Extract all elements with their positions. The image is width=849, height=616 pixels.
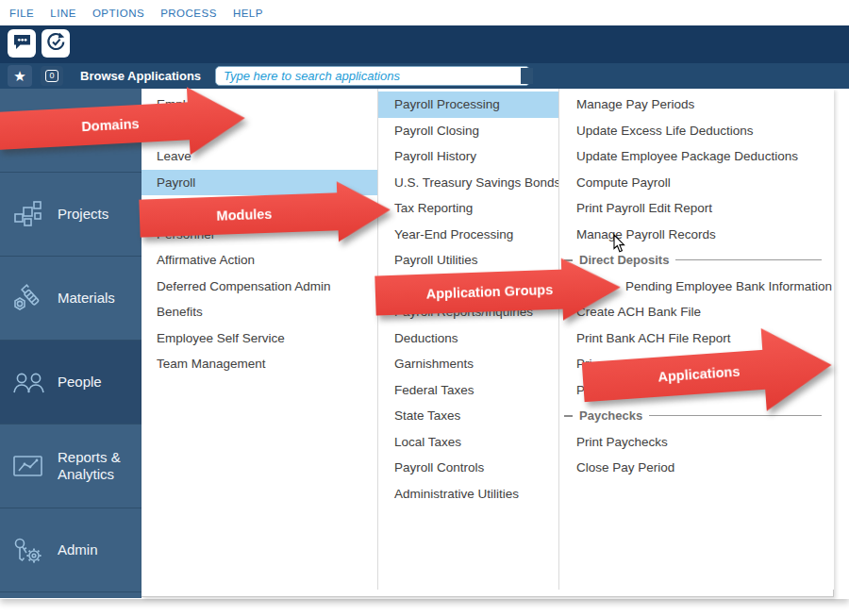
menu-options[interactable]: OPTIONS bbox=[92, 8, 144, 19]
module-item-personnel[interactable]: Personnel bbox=[142, 222, 377, 248]
sidebar-item-label: Materials bbox=[58, 290, 142, 307]
browse-menu-panel: EmplLeavePayrollPersonnelAffirmative Act… bbox=[142, 89, 834, 597]
application-bar: ★ 0 Browse Applications bbox=[0, 63, 849, 89]
module-item-hidden bbox=[142, 118, 377, 144]
app-group-item-state-taxes[interactable]: State Taxes bbox=[378, 403, 558, 429]
sidebar-item-materials[interactable]: Materials bbox=[0, 257, 142, 341]
application-item-pending-employee-bank-information[interactable]: Pending Employee Bank Information bbox=[559, 274, 834, 300]
separator-line bbox=[649, 415, 822, 416]
sidebar-item-projects[interactable]: Projects bbox=[0, 173, 142, 257]
sidebar-item-label: Reports & Analytics bbox=[58, 449, 142, 483]
application-groups-column: Payroll ProcessingPayroll ClosingPayroll… bbox=[377, 89, 558, 590]
calculator-icon: ×|= bbox=[12, 117, 46, 144]
favorites-button[interactable]: ★ bbox=[8, 65, 32, 87]
application-item-print-paychecks[interactable]: Print Paychecks bbox=[559, 429, 834, 456]
reports-icon bbox=[12, 452, 46, 480]
open-tabs-button[interactable]: 0 bbox=[41, 66, 63, 86]
application-item-create-ach-bank-file[interactable]: Create ACH Bank File bbox=[559, 299, 834, 325]
application-item-compute-payroll[interactable]: Compute Payroll bbox=[559, 170, 834, 196]
calculator-glyph: ×|= bbox=[12, 130, 36, 144]
app-group-item-payroll-closing[interactable]: Payroll Closing bbox=[378, 118, 558, 144]
projects-icon bbox=[12, 199, 46, 229]
application-item-manage-payroll-records[interactable]: Manage Payroll Records bbox=[559, 222, 834, 248]
admin-icon bbox=[12, 535, 46, 565]
module-item-benefits[interactable]: Benefits bbox=[142, 299, 377, 325]
module-item-leave[interactable]: Leave bbox=[142, 143, 377, 170]
app-group-item-payroll-processing[interactable]: Payroll Processing bbox=[378, 92, 558, 118]
sidebar-item-reports-analytics[interactable]: Reports & Analytics bbox=[0, 425, 142, 508]
app-group-item-federal-taxes[interactable]: Federal Taxes bbox=[378, 377, 558, 404]
app-group-item-payroll-controls[interactable]: Payroll Controls bbox=[378, 455, 558, 481]
application-item-close-pay-period[interactable]: Close Pay Period bbox=[559, 455, 834, 481]
separator-label: Direct Deposits bbox=[579, 253, 669, 267]
app-group-item-payroll-reports-inquiries[interactable]: Payroll Reports/Inquiries bbox=[378, 299, 558, 325]
separator-label: Paychecks bbox=[579, 408, 642, 423]
application-item-update-excess-life-deductions[interactable]: Update Excess Life Deductions bbox=[559, 118, 834, 144]
module-item-hidden bbox=[142, 195, 377, 222]
recent-activity-button[interactable] bbox=[42, 29, 70, 58]
app-group-item-local-taxes[interactable]: Local Taxes bbox=[378, 429, 558, 456]
domain-sidebar: ×|=ProjectsMaterialsPeopleReports & Anal… bbox=[0, 89, 142, 598]
application-item-pri[interactable]: Pri bbox=[559, 351, 834, 377]
app-group-item-u-s-treasury-savings-bonds[interactable]: U.S. Treasury Savings Bonds bbox=[378, 170, 558, 196]
application-item-print-payment-adv[interactable]: Print Payment Adv bbox=[559, 377, 834, 404]
app-group-item-garnishments[interactable]: Garnishments bbox=[378, 351, 558, 377]
module-item-payroll[interactable]: Payroll bbox=[142, 170, 377, 196]
application-item-manage-pay-periods[interactable]: Manage Pay Periods bbox=[559, 92, 834, 118]
module-item-deferred-compensation-admin[interactable]: Deferred Compensation Admin bbox=[142, 274, 377, 300]
app-group-item-payroll-history[interactable]: Payroll History bbox=[378, 143, 558, 170]
browse-applications-label: Browse Applications bbox=[80, 63, 201, 89]
applications-column: Manage Pay PeriodsUpdate Excess Life Ded… bbox=[558, 89, 834, 590]
module-item-affirmative-action[interactable]: Affirmative Action bbox=[142, 247, 377, 274]
sidebar-item-label: Projects bbox=[58, 206, 142, 223]
separator-dash bbox=[564, 415, 573, 417]
menu-line[interactable]: LINE bbox=[50, 8, 76, 19]
application-item-print-bank-ach-file-report[interactable]: Print Bank ACH File Report bbox=[559, 325, 834, 352]
sidebar-item-admin[interactable]: Admin bbox=[0, 508, 142, 592]
top-menu-bar: FILELINEOPTIONSPROCESSHELP bbox=[0, 0, 849, 25]
chat-button[interactable] bbox=[8, 29, 36, 58]
sidebar-item-label: Admin bbox=[58, 541, 142, 558]
module-item-empl[interactable]: Empl bbox=[142, 92, 377, 118]
star-icon: ★ bbox=[13, 68, 25, 84]
refresh-check-icon bbox=[46, 32, 66, 56]
sidebar-item-people[interactable]: People bbox=[0, 341, 142, 425]
modules-column: EmplLeavePayrollPersonnelAffirmative Act… bbox=[142, 89, 377, 590]
group-separator-direct-deposits: Direct Deposits bbox=[559, 247, 834, 274]
app-group-item-administrative-utilities[interactable]: Administrative Utilities bbox=[378, 481, 558, 508]
menu-help[interactable]: HELP bbox=[233, 8, 263, 19]
sidebar-item-hidden[interactable]: ×|= bbox=[0, 89, 142, 173]
app-group-item-hidden bbox=[378, 274, 558, 300]
people-icon bbox=[12, 368, 46, 396]
materials-icon bbox=[12, 283, 46, 313]
separator-line bbox=[675, 259, 822, 260]
toolbar bbox=[0, 25, 849, 63]
app-group-item-payroll-utilities[interactable]: Payroll Utilities bbox=[378, 247, 558, 274]
search-applications-input[interactable] bbox=[215, 66, 530, 86]
chat-bubble-icon bbox=[13, 34, 31, 54]
application-item-print-payroll-edit-report[interactable]: Print Payroll Edit Report bbox=[559, 195, 834, 222]
app-group-item-deductions[interactable]: Deductions bbox=[378, 325, 558, 352]
menu-file[interactable]: FILE bbox=[9, 8, 34, 19]
group-separator-paychecks: Paychecks bbox=[559, 403, 834, 429]
module-item-employee-self-service[interactable]: Employee Self Service bbox=[142, 325, 377, 352]
app-group-item-tax-reporting[interactable]: Tax Reporting bbox=[378, 195, 558, 222]
module-item-team-management[interactable]: Team Management bbox=[142, 351, 377, 377]
separator-dash bbox=[564, 259, 573, 261]
search-side-button[interactable] bbox=[521, 68, 533, 84]
menu-process[interactable]: PROCESS bbox=[160, 8, 217, 19]
application-window: FILELINEOPTIONSPROCESSHELP ★ 0 Browse Ap… bbox=[0, 0, 849, 599]
application-item-update-employee-package-deductions[interactable]: Update Employee Package Deductions bbox=[559, 143, 834, 170]
tab-count-badge: 0 bbox=[45, 70, 58, 82]
app-group-item-year-end-processing[interactable]: Year-End Processing bbox=[378, 222, 558, 248]
sidebar-item-label: People bbox=[58, 374, 142, 391]
